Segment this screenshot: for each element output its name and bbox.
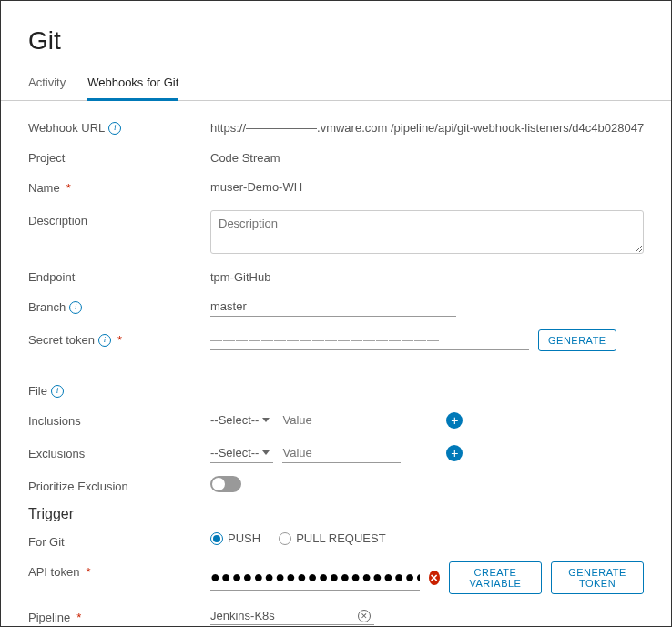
branch-input[interactable] (210, 297, 456, 317)
radio-pull-request[interactable]: PULL REQUEST (279, 531, 386, 545)
secret-token-input[interactable] (210, 330, 529, 350)
label-branch: Branch (28, 300, 66, 314)
required-indicator: * (117, 333, 122, 347)
label-secret-token: Secret token (28, 333, 95, 347)
label-api-token: API token (28, 565, 79, 579)
info-icon[interactable]: i (51, 385, 64, 398)
tab-webhooks-for-git[interactable]: Webhooks for Git (87, 70, 178, 101)
radio-push[interactable]: PUSH (210, 531, 260, 545)
add-inclusion-icon[interactable]: + (446, 412, 463, 429)
exclusions-value-input[interactable] (282, 443, 401, 463)
section-trigger: Trigger (28, 506, 644, 522)
exclusions-select-value: --Select-- (210, 446, 259, 460)
label-webhook-url: Webhook URL (28, 121, 105, 135)
description-input[interactable] (210, 210, 644, 254)
radio-icon (279, 532, 291, 545)
label-inclusions: Inclusions (28, 414, 81, 428)
generate-token-button[interactable]: GENERATE TOKEN (551, 561, 644, 594)
tab-activity[interactable]: Activity (28, 70, 66, 101)
radio-icon (210, 532, 223, 545)
prioritize-exclusion-toggle[interactable] (210, 476, 241, 492)
required-indicator: * (76, 611, 81, 624)
label-pipeline: Pipeline (28, 611, 70, 624)
clear-pipeline-icon[interactable]: ✕ (358, 610, 371, 622)
inclusions-select[interactable]: --Select-- (210, 410, 273, 430)
inclusions-value-input[interactable] (282, 410, 401, 430)
webhook-url-value: https://——————.vmware.com /pipeline/api/… (210, 117, 644, 135)
info-icon[interactable]: i (69, 301, 82, 314)
label-endpoint: Endpoint (28, 270, 75, 284)
label-project: Project (28, 151, 65, 165)
add-exclusion-icon[interactable]: + (446, 445, 463, 461)
tabs: Activity Webhooks for Git (1, 70, 671, 101)
chevron-down-icon (262, 450, 270, 455)
create-variable-button[interactable]: CREATE VARIABLE (449, 561, 542, 594)
endpoint-value: tpm-GitHub (210, 267, 644, 284)
name-input[interactable] (210, 177, 456, 197)
page-title: Git (1, 26, 671, 56)
info-icon[interactable]: i (108, 122, 121, 135)
label-for-git: For Git (28, 535, 65, 549)
label-prioritize-exclusion: Prioritize Exclusion (28, 480, 128, 493)
required-indicator: * (66, 181, 71, 195)
generate-button[interactable]: GENERATE (538, 329, 616, 351)
api-token-input[interactable] (210, 565, 420, 591)
pipeline-input[interactable] (210, 609, 374, 622)
radio-pull-request-label: PULL REQUEST (296, 531, 386, 545)
form: Webhook URL i https://——————.vmware.com … (1, 117, 671, 627)
info-icon[interactable]: i (98, 334, 111, 347)
label-exclusions: Exclusions (28, 447, 85, 460)
error-icon: ✕ (429, 571, 440, 585)
required-indicator: * (86, 565, 90, 579)
inclusions-select-value: --Select-- (210, 413, 259, 427)
label-description: Description (28, 214, 87, 228)
exclusions-select[interactable]: --Select-- (210, 443, 273, 463)
project-value: Code Stream (210, 147, 644, 165)
label-name: Name (28, 181, 60, 195)
chevron-down-icon (262, 418, 270, 422)
label-file: File (28, 384, 47, 398)
radio-push-label: PUSH (228, 531, 260, 545)
